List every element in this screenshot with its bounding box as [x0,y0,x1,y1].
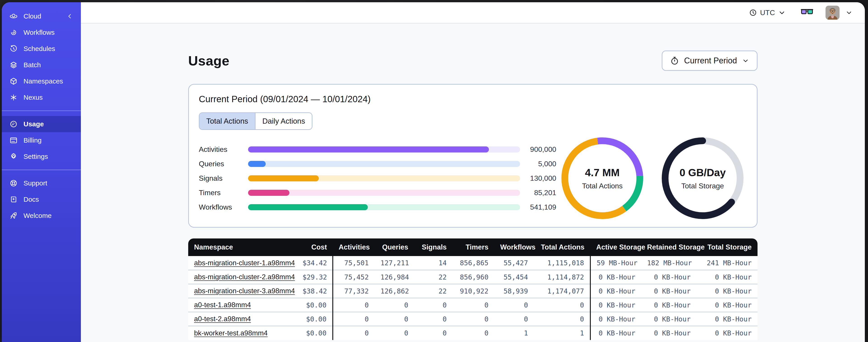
cell-total-storage: 0 KB-Hour [696,284,757,298]
column-header-activities: Activities [333,238,375,256]
column-header-retained-storage: Retained Storage [641,238,696,256]
topbar: UTC [81,2,865,24]
settings-icon [9,152,18,161]
bar-fill [248,204,368,210]
bar-fill [248,146,489,152]
column-header-timers: Timers [453,238,494,256]
cell-active-storage: 0 KB-Hour [590,270,641,284]
sidebar-item-label: Nexus [24,94,43,101]
namespace-link[interactable]: a0-test-2.a98mm4 [194,315,251,323]
main-area: UTC [81,2,865,342]
sidebar-item-support[interactable]: Support [2,175,81,191]
cell-workflows: 55,427 [494,256,534,270]
cell-workflows: 1 [494,326,534,340]
table-row: abs-migration-cluster-3.a98mm4$38.4277,3… [188,284,757,298]
sidebar-item-schedules[interactable]: Schedules [2,41,81,57]
sidebar-item-cloud[interactable]: Cloud [2,8,81,24]
cell-active-storage: 0 KB-Hour [590,312,641,326]
sidebar-item-docs[interactable]: Docs [2,191,81,208]
table-body: abs-migration-cluster-1.a98mm4$34.4275,5… [188,256,757,340]
cell-timers: 0 [453,326,494,340]
bar-label: Activities [199,145,248,153]
cell-workflows: 0 [494,298,534,312]
batch-icon [9,61,18,69]
bar-track [248,175,520,181]
bar-label: Workflows [199,203,248,211]
collapse-sidebar-button[interactable] [66,13,73,20]
cell-signals: 0 [414,312,453,326]
namespace-link[interactable]: bk-worker-test.a98mm4 [194,329,268,337]
cell-retained-storage: 0 KB-Hour [641,326,696,340]
docs-icon [9,195,18,204]
column-header-queries: Queries [375,238,414,256]
cell-signals: 0 [414,326,453,340]
table-row: a0-test-1.a98mm4$0.000000000 KB-Hour0 KB… [188,298,757,312]
cell-total-storage: 0 KB-Hour [696,270,757,284]
cell-workflows: 58,939 [494,284,534,298]
sidebar-item-namespaces[interactable]: Namespaces [2,73,81,89]
cell-signals: 22 [414,284,453,298]
bar-track [248,190,520,196]
dev-glasses-icon[interactable] [801,8,813,17]
bar-row-queries: Queries5,000 [199,161,556,167]
bar-track [248,161,520,167]
bar-fill [248,175,319,181]
sidebar-item-label: Settings [24,153,48,161]
cell-total-storage: 0 KB-Hour [696,312,757,326]
cell-timers: 0 [453,312,494,326]
bar-value: 541,109 [520,203,556,211]
account-menu-chevron-down-icon[interactable] [845,9,852,16]
cell-signals: 22 [414,270,453,284]
cell-active-storage: 0 KB-Hour [590,284,641,298]
welcome-icon [9,212,18,220]
cell-timers: 910,922 [453,284,494,298]
cell-retained-storage: 0 KB-Hour [641,270,696,284]
cell-total-actions: 0 [534,298,590,312]
sidebar-item-settings[interactable]: Settings [2,148,81,165]
chevron-down-icon [778,9,786,16]
cell-cost: $0.00 [297,298,333,312]
cell-queries: 126,984 [375,270,414,284]
usage-icon [9,120,18,128]
sidebar-item-nexus[interactable]: Nexus [2,89,81,106]
tab-total-actions[interactable]: Total Actions [199,113,255,129]
cell-active-storage: 0 KB-Hour [590,326,641,340]
cell-queries: 126,862 [375,284,414,298]
donut-center-label: Total Storage [681,182,724,190]
cell-cost: $29.32 [297,270,333,284]
actions-bar-chart: Activities900,000Queries5,000Signals130,… [199,146,556,210]
tab-daily-actions[interactable]: Daily Actions [255,113,312,129]
namespace-link[interactable]: abs-migration-cluster-1.a98mm4 [194,259,295,267]
sidebar-item-label: Workflows [24,29,55,36]
bar-fill [248,161,266,167]
column-header-workflows: Workflows [494,238,534,256]
cell-signals: 0 [414,298,453,312]
cell-activities: 75,452 [333,270,375,284]
namespace-link[interactable]: a0-test-1.a98mm4 [194,301,251,309]
cell-queries: 0 [375,298,414,312]
sidebar-item-workflows[interactable]: Workflows [2,24,81,41]
billing-icon [9,136,18,144]
table-row: abs-migration-cluster-2.a98mm4$29.3275,4… [188,270,757,284]
bar-fill [248,190,289,196]
namespace-link[interactable]: abs-migration-cluster-3.a98mm4 [194,287,295,295]
sidebar-item-label: Support [24,179,47,187]
sidebar-item-billing[interactable]: Billing [2,132,81,148]
sidebar-item-label: Billing [24,136,41,144]
timezone-selector[interactable]: UTC [749,8,786,17]
namespace-link[interactable]: abs-migration-cluster-2.a98mm4 [194,273,295,281]
cell-total-storage: 241 MB-Hour [696,256,757,270]
table-header-row: NamespaceCostActivitiesQueriesSignalsTim… [188,238,757,256]
current-period-card: Current Period (09/01/2024 — 10/01/2024)… [188,84,757,228]
cell-retained-storage: 0 KB-Hour [641,312,696,326]
period-selector-button[interactable]: Current Period [662,50,757,71]
sidebar-item-usage[interactable]: Usage [2,116,81,132]
sidebar-item-welcome[interactable]: Welcome [2,208,81,224]
cell-cost: $38.42 [297,284,333,298]
period-selector-label: Current Period [684,56,737,65]
sidebar-item-batch[interactable]: Batch [2,57,81,73]
sidebar-item-label: Cloud [24,12,41,20]
avatar[interactable] [826,6,840,20]
sidebar-item-label: Usage [24,120,44,128]
cell-cost: $34.42 [297,256,333,270]
